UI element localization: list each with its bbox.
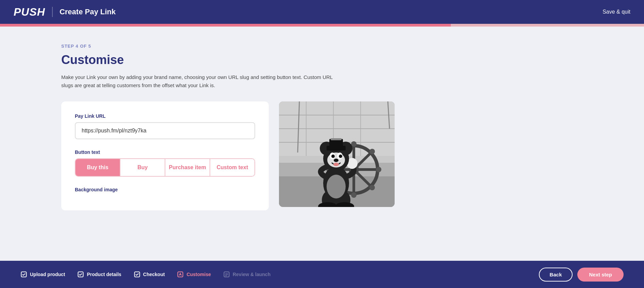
button-text-options: Buy this Buy Purchase item Custom text bbox=[75, 158, 255, 177]
nav-step-product-details[interactable]: Product details bbox=[77, 271, 121, 278]
nav-step-customise-label: Customise bbox=[186, 272, 211, 277]
svg-point-17 bbox=[351, 192, 357, 198]
nav-step-review-launch[interactable]: Review & launch bbox=[223, 271, 270, 278]
nav-step-upload-product[interactable]: Upload product bbox=[20, 271, 65, 278]
nav-steps: Upload product Product details Checkout … bbox=[20, 271, 270, 278]
progress-bar-fill bbox=[0, 24, 451, 27]
svg-point-42 bbox=[333, 163, 339, 166]
nav-step-review-launch-label: Review & launch bbox=[233, 272, 270, 277]
svg-point-29 bbox=[327, 175, 346, 198]
btn-option-buy-this[interactable]: Buy this bbox=[76, 159, 120, 176]
header-left: PUSH Create Pay Link bbox=[14, 6, 116, 18]
svg-rect-56 bbox=[225, 275, 227, 276]
save-quit-button[interactable]: Save & quit bbox=[602, 9, 630, 15]
header-title: Create Pay Link bbox=[60, 7, 116, 16]
content-row: Pay Link URL Button text Buy this Buy Pu… bbox=[61, 101, 395, 210]
logo: PUSH bbox=[14, 6, 45, 18]
check-icon-review bbox=[223, 271, 230, 278]
vintage-illustration bbox=[279, 101, 395, 207]
customise-card: Pay Link URL Button text Buy this Buy Pu… bbox=[61, 101, 269, 210]
bottom-nav: Upload product Product details Checkout … bbox=[0, 261, 644, 288]
main-content: STEP 4 OF 5 Customise Make your Link you… bbox=[0, 27, 408, 288]
nav-step-customise[interactable]: Customise bbox=[177, 271, 211, 278]
page-description: Make your Link your own by adding your b… bbox=[61, 73, 340, 90]
logo-divider bbox=[52, 7, 53, 17]
nav-step-product-details-label: Product details bbox=[87, 272, 121, 277]
back-button[interactable]: Back bbox=[539, 268, 573, 282]
button-text-label: Button text bbox=[75, 149, 255, 155]
svg-point-40 bbox=[339, 155, 342, 158]
check-icon-checkout bbox=[134, 271, 141, 278]
svg-rect-55 bbox=[225, 274, 228, 275]
preview-image-container bbox=[279, 101, 395, 207]
progress-bar-container bbox=[0, 24, 644, 27]
svg-point-19 bbox=[376, 167, 381, 172]
next-step-button[interactable]: Next step bbox=[577, 268, 624, 282]
svg-point-41 bbox=[334, 159, 338, 162]
check-icon-product bbox=[77, 271, 84, 278]
nav-step-checkout[interactable]: Checkout bbox=[134, 271, 165, 278]
check-icon-customise bbox=[177, 271, 184, 278]
btn-option-buy[interactable]: Buy bbox=[120, 159, 165, 176]
svg-rect-54 bbox=[225, 273, 228, 274]
svg-point-23 bbox=[369, 149, 375, 154]
pay-link-url-input[interactable] bbox=[75, 122, 255, 139]
check-icon-upload bbox=[20, 271, 27, 278]
header: PUSH Create Pay Link Save & quit bbox=[0, 0, 644, 24]
btn-option-purchase-item[interactable]: Purchase item bbox=[165, 159, 210, 176]
nav-buttons: Back Next step bbox=[539, 268, 624, 282]
nav-step-upload-product-label: Upload product bbox=[30, 272, 65, 277]
svg-point-39 bbox=[331, 155, 335, 158]
page-heading: Customise bbox=[61, 53, 395, 67]
step-label: STEP 4 OF 5 bbox=[61, 44, 395, 49]
url-field-label: Pay Link URL bbox=[75, 113, 255, 119]
svg-rect-45 bbox=[331, 138, 342, 140]
nav-step-checkout-label: Checkout bbox=[143, 272, 165, 277]
bg-image-label: Background image bbox=[75, 187, 255, 192]
btn-option-custom-text[interactable]: Custom text bbox=[210, 159, 254, 176]
svg-point-21 bbox=[369, 185, 375, 190]
